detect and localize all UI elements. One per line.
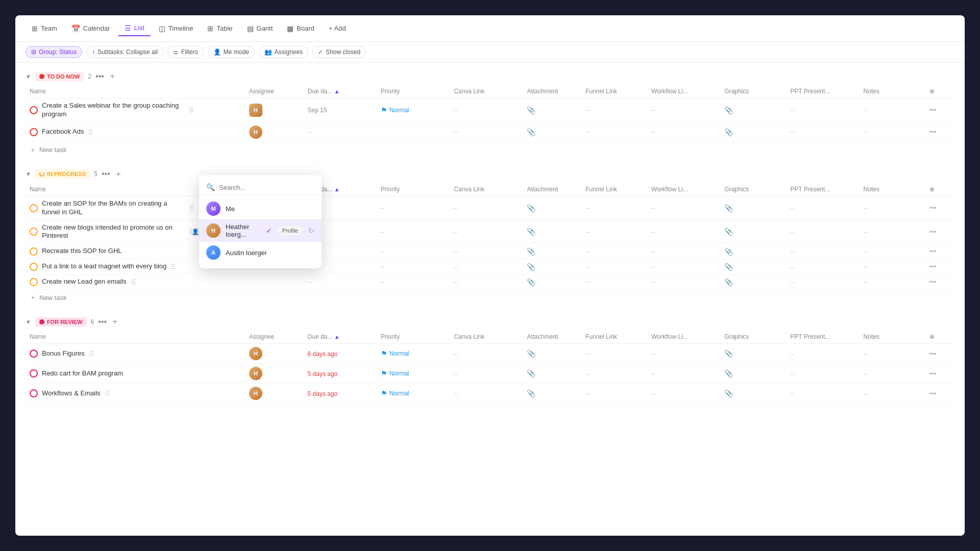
forreview-badge: FOR REVIEW bbox=[35, 317, 87, 327]
forreview-circle bbox=[30, 389, 38, 397]
col-header-attachment: Attachment bbox=[523, 85, 581, 98]
forreview-add[interactable]: ＋ bbox=[111, 316, 119, 327]
add-view-button[interactable]: + Add bbox=[323, 21, 352, 35]
top-nav: ⊞ Team 📅 Calendar ☰ List ◫ Timeline ⊞ Ta… bbox=[15, 15, 965, 42]
nav-gantt[interactable]: ▤ Gantt bbox=[241, 21, 279, 36]
nav-calendar[interactable]: 📅 Calendar bbox=[65, 21, 116, 36]
table-row: Create new Lead gen emails ☰ – – – 📎 – –… bbox=[26, 274, 954, 290]
nav-list[interactable]: ☰ List bbox=[118, 21, 151, 36]
table-row: Workflows & Emails ☰ H 5 days ago ⚑ Norm… bbox=[26, 384, 954, 404]
col-header-priority: Priority bbox=[377, 85, 450, 98]
avatar[interactable]: H bbox=[249, 387, 262, 400]
avatar[interactable]: H bbox=[249, 104, 262, 117]
col-header-notes3: Notes bbox=[860, 330, 925, 344]
show-closed-chip[interactable]: ✓ Show closed bbox=[312, 46, 366, 58]
profile-button[interactable]: Profile bbox=[277, 226, 303, 235]
inprogress-badge: IN PROGRESS bbox=[35, 169, 90, 179]
table-row: Facebook Ads ☰ H – – 📎 – – 📎 bbox=[26, 122, 954, 142]
graphics-attach-icon: 📎 bbox=[724, 106, 733, 114]
inprogress-add[interactable]: ＋ bbox=[114, 169, 122, 180]
todo-circle bbox=[30, 128, 38, 136]
row-more-btn[interactable]: ••• bbox=[929, 228, 937, 236]
table-row: Create a Sales webinar for the group coa… bbox=[26, 98, 954, 122]
inprogress-more[interactable]: ••• bbox=[102, 169, 110, 179]
table-row: Recreate this SOP for GHL – – – 📎 – – 📎 … bbox=[26, 244, 954, 259]
row-more-btn[interactable]: ••• bbox=[929, 350, 937, 358]
col-header-graphics3: Graphics bbox=[720, 330, 786, 344]
forreview-more[interactable]: ••• bbox=[98, 317, 107, 327]
todo-table: Name Assignee Due da... ▲ Priority Canva… bbox=[26, 85, 954, 142]
todo-circle bbox=[30, 106, 38, 114]
group-icon: ⊞ bbox=[31, 48, 36, 56]
forreview-header[interactable]: ▼ FOR REVIEW 6 ••• ＋ bbox=[26, 313, 954, 330]
nav-table[interactable]: ⊞ Table bbox=[201, 21, 238, 36]
nav-board[interactable]: ▦ Board bbox=[281, 21, 321, 36]
col-add-col3[interactable]: ⊕ bbox=[925, 330, 954, 344]
inprogress-chevron: ▼ bbox=[26, 171, 31, 177]
inprogress-circle bbox=[30, 204, 38, 212]
nav-timeline[interactable]: ◫ Timeline bbox=[153, 21, 200, 36]
assignees-chip[interactable]: 👥 Assignees bbox=[259, 46, 308, 58]
row-more-btn[interactable]: ••• bbox=[929, 247, 937, 255]
col-add-col2[interactable]: ⊕ bbox=[925, 183, 954, 196]
col-add-col[interactable]: ⊕ bbox=[925, 85, 954, 98]
attach-icon: 📎 bbox=[527, 228, 535, 236]
dropdown-item-heather[interactable]: H Heather Ioerg... ✓ Profile ↻ bbox=[199, 219, 322, 242]
row-more-btn[interactable]: ••• bbox=[929, 278, 937, 286]
todo-add[interactable]: ＋ bbox=[108, 71, 116, 82]
inprogress-new-task[interactable]: ＋ New task bbox=[26, 290, 954, 305]
assignee-dropdown: 🔍 M Me H Heather Ioerg... ✓ Profile ↻ A … bbox=[199, 175, 322, 268]
todo-more[interactable]: ••• bbox=[95, 72, 104, 81]
main-content: ▼ TO DO NOW 2 ••• ＋ Name Assignee Due da… bbox=[15, 63, 965, 536]
col-header-funnel3: Funnel Link bbox=[581, 330, 647, 344]
priority-normal: ⚑ Normal bbox=[381, 106, 446, 114]
avatar[interactable]: H bbox=[249, 347, 262, 360]
dropdown-item-me[interactable]: M Me bbox=[199, 198, 322, 219]
dropdown-search-input[interactable] bbox=[219, 184, 314, 191]
filters-chip[interactable]: ⚌ Filters bbox=[167, 46, 204, 58]
priority-normal: ⚑ Normal bbox=[381, 389, 446, 397]
subtasks-chip[interactable]: ↕ Subtasks: Collapse all bbox=[86, 46, 163, 58]
timeline-icon: ◫ bbox=[159, 24, 165, 33]
priority-normal: ⚑ Normal bbox=[381, 369, 446, 378]
row-more-btn[interactable]: ••• bbox=[929, 263, 937, 270]
row-more-btn[interactable]: ••• bbox=[929, 370, 937, 378]
inprogress-circle bbox=[30, 247, 38, 256]
avatar[interactable]: H bbox=[249, 367, 262, 380]
col-header-workflow2: Workflow Li... bbox=[647, 183, 720, 196]
attach-icon: 📎 bbox=[527, 128, 535, 136]
dropdown-item-austin[interactable]: A Austin Ioerger bbox=[199, 242, 322, 263]
nav-team[interactable]: ⊞ Team bbox=[26, 21, 63, 36]
me-mode-icon: 👤 bbox=[213, 48, 221, 56]
me-mode-chip[interactable]: 👤 Me mode bbox=[208, 46, 255, 58]
forreview-section: ▼ FOR REVIEW 6 ••• ＋ Name Assignee Due d… bbox=[26, 313, 954, 404]
attach-icon: 📎 bbox=[527, 278, 535, 286]
col-header-notes: Notes bbox=[860, 85, 925, 98]
col-header-workflow3: Workflow Li... bbox=[647, 330, 720, 344]
subtask-icon: ☰ bbox=[89, 350, 94, 357]
todo-section: ▼ TO DO NOW 2 ••• ＋ Name Assignee Due da… bbox=[26, 68, 954, 158]
avatar[interactable]: H bbox=[249, 126, 262, 139]
flag-icon: ⚑ bbox=[381, 389, 387, 397]
attach-icon: 📎 bbox=[527, 369, 535, 378]
priority-normal: ⚑ Normal bbox=[381, 349, 446, 358]
row-more-btn[interactable]: ••• bbox=[929, 106, 937, 114]
table-row: Redo cart for BAM program H 5 days ago ⚑… bbox=[26, 364, 954, 384]
col-header-name: Name bbox=[26, 85, 245, 98]
row-more-btn[interactable]: ••• bbox=[929, 128, 937, 136]
filter-icon: ⚌ bbox=[173, 48, 179, 56]
subtask-icon: ☰ bbox=[170, 263, 176, 270]
inprogress-header[interactable]: ▼ IN PROGRESS 5 ••• ＋ bbox=[26, 166, 954, 183]
refresh-icon[interactable]: ↻ bbox=[308, 227, 314, 235]
group-status-chip[interactable]: ⊞ Group: Status bbox=[26, 46, 82, 58]
col-header-name3: Name bbox=[26, 330, 245, 344]
todo-new-task[interactable]: ＋ New task bbox=[26, 142, 954, 158]
col-header-ppt2: PPT Present... bbox=[786, 183, 859, 196]
row-more-btn[interactable]: ••• bbox=[929, 390, 937, 397]
row-more-btn[interactable]: ••• bbox=[929, 204, 937, 212]
show-closed-icon: ✓ bbox=[318, 48, 323, 56]
inprogress-circle bbox=[30, 263, 38, 271]
todo-header[interactable]: ▼ TO DO NOW 2 ••• ＋ bbox=[26, 68, 954, 85]
subtask-icon: ☰ bbox=[105, 390, 110, 397]
graphics-attach-icon: 📎 bbox=[724, 349, 733, 358]
